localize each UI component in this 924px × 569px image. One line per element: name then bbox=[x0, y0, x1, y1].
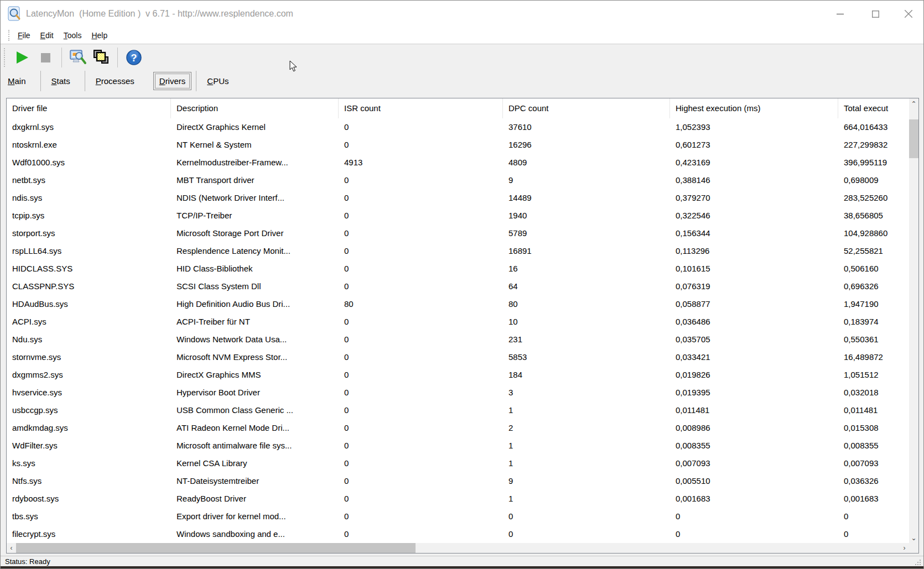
tab-label: Drivers bbox=[159, 76, 186, 86]
vertical-scroll-track[interactable] bbox=[909, 158, 918, 533]
scroll-left-arrow-icon[interactable]: ‹ bbox=[7, 543, 16, 553]
tab-processes[interactable]: Processes bbox=[85, 71, 149, 91]
table-row[interactable]: ACPI.sys ACPI-Treiber für NT 0 10 0,0364… bbox=[7, 313, 909, 331]
column-header-highest-execution-ms-[interactable]: Highest execution (ms) bbox=[670, 98, 838, 118]
menu-gripper[interactable] bbox=[8, 30, 9, 41]
column-header-total-execut[interactable]: Total execut bbox=[838, 98, 909, 118]
cell-driver-file: stornvme.sys bbox=[7, 348, 171, 366]
table-row[interactable]: ndis.sys NDIS (Network Driver Interf... … bbox=[7, 189, 909, 207]
menu-item-edit[interactable]: Edit bbox=[35, 27, 59, 44]
table-row[interactable]: CLASSPNP.SYS SCSI Class System Dll 0 64 … bbox=[7, 278, 909, 295]
column-header-isr-count[interactable]: ISR count bbox=[339, 98, 503, 118]
menu-item-help[interactable]: Help bbox=[86, 27, 112, 44]
scroll-up-arrow-icon[interactable]: ⌃ bbox=[909, 98, 918, 109]
minimize-button[interactable] bbox=[827, 1, 853, 27]
tab-cpus[interactable]: CPUs bbox=[196, 71, 243, 91]
table-row[interactable]: storport.sys Microsoft Storage Port Driv… bbox=[7, 225, 909, 242]
cell-description: NT Kernel & System bbox=[171, 136, 339, 154]
toolbar-separator bbox=[117, 48, 118, 67]
table-row[interactable]: ntoskrnl.exe NT Kernel & System 0 16296 … bbox=[7, 136, 909, 154]
cell-total-execution: 227,299832 bbox=[838, 136, 909, 154]
cell-total-execution: 0,008355 bbox=[838, 437, 909, 455]
cell-total-execution: 283,525260 bbox=[838, 189, 909, 207]
table-row[interactable]: netbt.sys MBT Transport driver 0 9 0,388… bbox=[7, 171, 909, 189]
cell-driver-file: ks.sys bbox=[7, 455, 171, 472]
table-row[interactable]: dxgkrnl.sys DirectX Graphics Kernel 0 37… bbox=[7, 118, 909, 136]
title-bar[interactable]: LatencyMon (Home Edition ) v 6.71 - http… bbox=[1, 1, 923, 27]
cell-total-execution: 0,011481 bbox=[838, 401, 909, 419]
cell-total-execution: 0,696326 bbox=[838, 278, 909, 295]
table-row[interactable]: HDAudBus.sys High Definition Audio Bus D… bbox=[7, 295, 909, 313]
cell-highest-execution: 0,076319 bbox=[670, 278, 838, 295]
cell-highest-execution: 0,035705 bbox=[670, 331, 838, 348]
tab-main[interactable]: Main bbox=[1, 71, 40, 91]
table-row[interactable]: ks.sys Kernel CSA Library 0 1 0,007093 0… bbox=[7, 455, 909, 472]
table-row[interactable]: filecrypt.sys Windows sandboxing and e..… bbox=[7, 525, 909, 543]
horizontal-scrollbar[interactable]: ‹ › bbox=[7, 543, 909, 553]
cell-total-execution: 0 bbox=[838, 508, 909, 525]
menu-item-file[interactable]: File bbox=[13, 27, 35, 44]
windows-button[interactable] bbox=[90, 46, 113, 69]
scroll-right-arrow-icon[interactable]: › bbox=[900, 543, 909, 553]
stop-button[interactable] bbox=[34, 46, 57, 69]
cell-isr-count: 0 bbox=[339, 171, 503, 189]
table-row[interactable]: usbccgp.sys USB Common Class Generic ...… bbox=[7, 401, 909, 419]
status-bar: Status: Ready bbox=[1, 556, 923, 567]
table-row[interactable]: amdkmdag.sys ATI Radeon Kernel Mode Dri.… bbox=[7, 419, 909, 437]
cell-dpc-count: 1 bbox=[503, 437, 670, 455]
start-button[interactable] bbox=[11, 46, 34, 69]
column-header-description[interactable]: Description bbox=[171, 98, 339, 118]
cell-highest-execution: 0,008355 bbox=[670, 437, 838, 455]
close-button[interactable] bbox=[896, 1, 921, 27]
cell-dpc-count: 80 bbox=[503, 295, 670, 313]
cell-highest-execution: 0,322546 bbox=[670, 207, 838, 225]
cell-isr-count: 0 bbox=[339, 118, 503, 136]
cell-total-execution: 0,036326 bbox=[838, 472, 909, 490]
table-row[interactable]: hvservice.sys Hypervisor Boot Driver 0 3… bbox=[7, 384, 909, 401]
cell-isr-count: 80 bbox=[339, 295, 503, 313]
table-row[interactable]: tcpip.sys TCP/IP-Treiber 0 1940 0,322546… bbox=[7, 207, 909, 225]
menu-item-tools[interactable]: Tools bbox=[59, 27, 87, 44]
cell-isr-count: 0 bbox=[339, 490, 503, 508]
toolbar-gripper[interactable] bbox=[4, 48, 5, 67]
tab-stats[interactable]: Stats bbox=[40, 71, 85, 91]
cell-highest-execution: 0,379270 bbox=[670, 189, 838, 207]
cell-dpc-count: 10 bbox=[503, 313, 670, 331]
table-row[interactable]: Ntfs.sys NT-Dateisystemtreiber 0 9 0,005… bbox=[7, 472, 909, 490]
table-row[interactable]: rdyboost.sys ReadyBoost Driver 0 1 0,001… bbox=[7, 490, 909, 508]
vertical-scroll-thumb[interactable] bbox=[909, 119, 918, 158]
cell-driver-file: WdFilter.sys bbox=[7, 437, 171, 455]
table-row[interactable]: tbs.sys Export driver for kernel mod... … bbox=[7, 508, 909, 525]
column-header-dpc-count[interactable]: DPC count bbox=[503, 98, 670, 118]
report-button[interactable] bbox=[66, 46, 90, 69]
horizontal-scroll-track[interactable] bbox=[416, 543, 900, 553]
table-row[interactable]: HIDCLASS.SYS HID Class-Bibliothek 0 16 0… bbox=[7, 260, 909, 278]
table-row[interactable]: stornvme.sys Microsoft NVM Express Stor.… bbox=[7, 348, 909, 366]
table-row[interactable]: Wdf01000.sys Kernelmodustreiber-Framew..… bbox=[7, 154, 909, 171]
maximize-button[interactable] bbox=[863, 1, 888, 27]
column-header-driver-file[interactable]: Driver file bbox=[7, 98, 171, 118]
cell-dpc-count: 1 bbox=[503, 401, 670, 419]
cell-description: ReadyBoost Driver bbox=[171, 490, 339, 508]
cell-highest-execution: 0,011481 bbox=[670, 401, 838, 419]
cell-isr-count: 0 bbox=[339, 242, 503, 260]
vertical-scrollbar[interactable]: ⌃ ⌄ bbox=[909, 98, 918, 543]
cell-driver-file: HDAudBus.sys bbox=[7, 295, 171, 313]
cell-highest-execution: 0,101615 bbox=[670, 260, 838, 278]
table-row[interactable]: WdFilter.sys Microsoft antimalware file … bbox=[7, 437, 909, 455]
cell-isr-count: 0 bbox=[339, 278, 503, 295]
table-row[interactable]: rspLLL64.sys Resplendence Latency Monit.… bbox=[7, 242, 909, 260]
table-row[interactable]: dxgmms2.sys DirectX Graphics MMS 0 184 0… bbox=[7, 366, 909, 384]
cell-isr-count: 0 bbox=[339, 313, 503, 331]
scroll-down-arrow-icon[interactable]: ⌄ bbox=[909, 533, 918, 543]
cell-dpc-count: 1 bbox=[503, 455, 670, 472]
cell-driver-file: rspLLL64.sys bbox=[7, 242, 171, 260]
tab-label: Main bbox=[8, 76, 26, 86]
cell-highest-execution: 0,423169 bbox=[670, 154, 838, 171]
table-row[interactable]: Ndu.sys Windows Network Data Usa... 0 23… bbox=[7, 331, 909, 348]
resize-grip-icon[interactable] bbox=[914, 558, 922, 566]
svg-text:?: ? bbox=[131, 53, 137, 64]
horizontal-scroll-thumb[interactable] bbox=[16, 543, 416, 553]
tab-drivers[interactable]: Drivers bbox=[153, 72, 192, 90]
help-button[interactable]: ? bbox=[122, 46, 146, 69]
